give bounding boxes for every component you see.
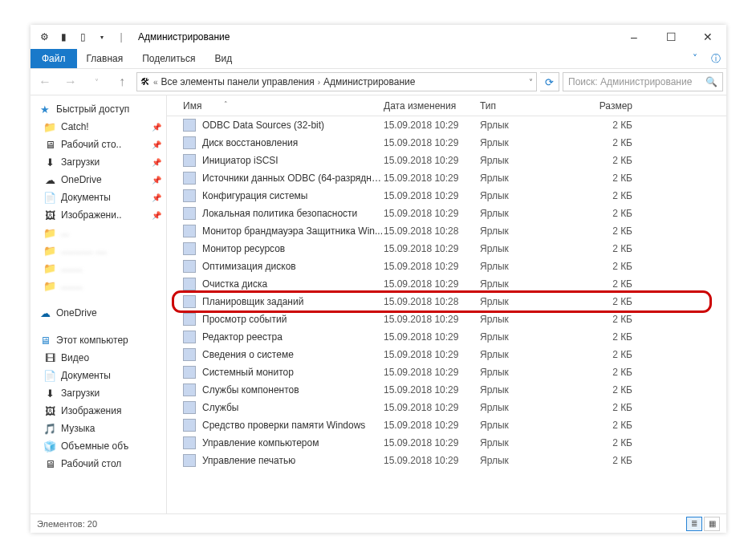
search-icon[interactable]: 🔍	[705, 76, 717, 87]
file-row[interactable]: Диск восстановления15.09.2018 10:29Ярлык…	[167, 134, 726, 152]
explorer-window: ⚙ ▮ ▯ ▾ | Администрирование – ☐ ✕ Файл Г…	[30, 25, 726, 533]
cloud-icon: ☁	[39, 306, 51, 319]
column-date[interactable]: Дата изменения	[384, 100, 480, 112]
tab-home[interactable]: Главная	[77, 49, 133, 68]
maximize-button[interactable]: ☐	[652, 25, 689, 49]
folder-icon: 📄	[43, 369, 56, 382]
sidebar-item[interactable]: 🖥Рабочий сто..📌	[30, 136, 166, 153]
ribbon-collapse-icon[interactable]: ˅	[685, 49, 705, 68]
folder-icon: 🧊	[43, 440, 56, 452]
file-row[interactable]: Средство проверки памяти Windows15.09.20…	[167, 416, 726, 434]
shortcut-icon	[183, 401, 196, 414]
nav-recent-icon[interactable]: ˅	[85, 71, 108, 93]
chevron-left-icon[interactable]: «	[153, 78, 158, 87]
nav-up-button[interactable]: ↑	[111, 71, 133, 93]
shortcut-icon	[183, 295, 196, 308]
file-row[interactable]: Оптимизация дисков15.09.2018 10:29Ярлык2…	[167, 258, 726, 275]
file-list: ODBC Data Sources (32-bit)15.09.2018 10:…	[167, 116, 726, 513]
shortcut-icon	[183, 119, 196, 132]
sidebar-onedrive[interactable]: ☁ OneDrive	[30, 304, 166, 322]
file-tab[interactable]: Файл	[30, 49, 77, 68]
file-row[interactable]: Системный монитор15.09.2018 10:29Ярлык2 …	[167, 363, 726, 381]
status-text: Элементов: 20	[37, 519, 97, 529]
view-icons-button[interactable]: ▦	[704, 517, 720, 531]
folder-icon: 🖼	[43, 404, 56, 417]
sidebar-item[interactable]: 📁........	[30, 277, 166, 294]
sidebar-item[interactable]: 📁...	[30, 224, 166, 241]
folder-icon: 📁	[43, 120, 56, 133]
file-row[interactable]: ODBC Data Sources (32-bit)15.09.2018 10:…	[167, 116, 726, 134]
file-row[interactable]: Управление компьютером15.09.2018 10:29Яр…	[167, 434, 726, 452]
shortcut-icon	[183, 136, 196, 149]
file-row[interactable]: Планировщик заданий15.09.2018 10:28Ярлык…	[167, 293, 726, 310]
file-row[interactable]: Службы15.09.2018 10:29Ярлык2 КБ	[167, 399, 726, 416]
folder-icon-2[interactable]: ▯	[74, 28, 91, 46]
nav-forward-button[interactable]: →	[59, 71, 82, 93]
tab-view[interactable]: Вид	[205, 49, 242, 68]
sidebar-item[interactable]: ⬇Загрузки	[30, 384, 166, 402]
sidebar-item[interactable]: 📄Документы📌	[30, 189, 166, 206]
pin-icon: 📌	[152, 193, 161, 202]
breadcrumb-item[interactable]: Все элементы панели управления	[161, 76, 315, 87]
sidebar-item[interactable]: 📄Документы	[30, 367, 166, 384]
sidebar-item[interactable]: 🧊Объемные объ	[30, 437, 166, 455]
sidebar-item[interactable]: ☁OneDrive📌	[30, 171, 166, 189]
breadcrumb-item[interactable]: Администрирование	[323, 76, 415, 87]
file-row[interactable]: Монитор брандмауэра Защитника Win...15.0…	[167, 222, 726, 240]
tools-icon[interactable]: ⚙	[35, 28, 53, 46]
file-row[interactable]: Конфигурация системы15.09.2018 10:29Ярлы…	[167, 187, 726, 205]
sidebar-quick-access[interactable]: ★ Быстрый доступ	[30, 100, 166, 118]
search-input[interactable]: Поиск: Администрирование 🔍	[563, 72, 723, 91]
folder-icon: 📁	[43, 279, 56, 292]
sidebar-item[interactable]: 🖼Изображения	[30, 402, 166, 420]
column-type[interactable]: Тип	[480, 100, 576, 112]
address-bar: ← → ˅ ↑ 🛠 « Все элементы панели управлен…	[30, 68, 726, 95]
folder-icon: 📁	[43, 244, 56, 257]
refresh-button[interactable]: ⟳	[540, 72, 559, 91]
shortcut-icon	[183, 436, 196, 449]
column-size[interactable]: Размер	[576, 100, 640, 112]
file-row[interactable]: Управление печатью15.09.2018 10:29Ярлык2…	[167, 452, 726, 469]
sidebar-item[interactable]: ⬇Загрузки📌	[30, 153, 166, 171]
folder-icon: 🖥	[43, 138, 56, 151]
help-icon[interactable]: ⓘ	[705, 49, 726, 68]
sidebar-item[interactable]: 🖥Рабочий стол	[30, 455, 166, 473]
nav-back-button[interactable]: ←	[34, 71, 56, 93]
folder-icon: 🎵	[43, 422, 56, 435]
shortcut-icon	[183, 366, 196, 379]
column-headers: Имя ˄ Дата изменения Тип Размер	[167, 95, 726, 116]
shortcut-icon	[183, 454, 196, 467]
folder-icon[interactable]: ▮	[55, 28, 72, 46]
file-row[interactable]: Очистка диска15.09.2018 10:29Ярлык2 КБ	[167, 275, 726, 293]
file-row[interactable]: Источники данных ODBC (64-разрядна...15.…	[167, 169, 726, 187]
chevron-right-icon: ›	[318, 78, 320, 87]
column-name[interactable]: Имя ˄	[183, 100, 384, 112]
view-details-button[interactable]: ≣	[686, 517, 702, 531]
breadcrumb-dropdown-icon[interactable]: ˅	[529, 78, 533, 87]
folder-icon: ⬇	[43, 156, 56, 168]
sidebar-item[interactable]: 📁........	[30, 259, 166, 277]
location-icon: 🛠	[140, 76, 150, 87]
sidebar-item[interactable]: 🎞Видео	[30, 349, 166, 367]
sort-indicator-icon: ˄	[224, 100, 228, 112]
file-row[interactable]: Локальная политика безопасности15.09.201…	[167, 205, 726, 222]
file-row[interactable]: Инициатор iSCSI15.09.2018 10:29Ярлык2 КБ	[167, 152, 726, 169]
sidebar-this-pc[interactable]: 🖥 Этот компьютер	[30, 331, 166, 349]
sidebar-item[interactable]: 🎵Музыка	[30, 420, 166, 437]
breadcrumb[interactable]: 🛠 « Все элементы панели управления › Адм…	[136, 72, 537, 91]
file-row[interactable]: Просмотр событий15.09.2018 10:29Ярлык2 К…	[167, 310, 726, 328]
file-row[interactable]: Службы компонентов15.09.2018 10:29Ярлык2…	[167, 381, 726, 399]
sidebar-item[interactable]: 📁Catch!📌	[30, 118, 166, 136]
file-row[interactable]: Редактор реестра15.09.2018 10:29Ярлык2 К…	[167, 328, 726, 346]
pin-icon: 📌	[152, 211, 161, 220]
navigation-pane: ★ Быстрый доступ 📁Catch!📌🖥Рабочий сто..📌…	[30, 95, 167, 513]
sidebar-item[interactable]: 🖼Изображени..📌	[30, 206, 166, 224]
qat-dropdown-icon[interactable]: ▾	[93, 28, 111, 46]
sidebar-item[interactable]: 📁............ ....	[30, 241, 166, 259]
file-row[interactable]: Монитор ресурсов15.09.2018 10:29Ярлык2 К…	[167, 240, 726, 258]
minimize-button[interactable]: –	[616, 25, 652, 49]
file-row[interactable]: Сведения о системе15.09.2018 10:29Ярлык2…	[167, 346, 726, 363]
shortcut-icon	[183, 225, 196, 237]
tab-share[interactable]: Поделиться	[132, 49, 205, 68]
close-button[interactable]: ✕	[689, 25, 726, 49]
